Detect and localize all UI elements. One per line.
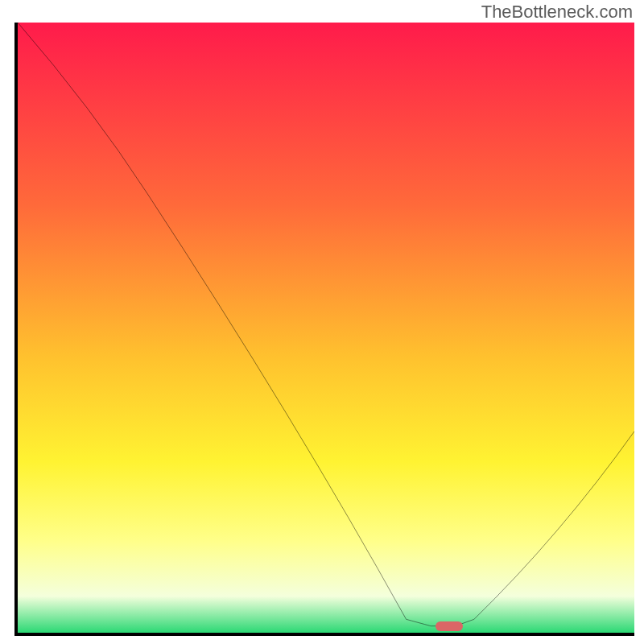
svg-rect-0 (18, 23, 634, 633)
watermark-text: TheBottleneck.com (481, 2, 633, 23)
optimal-marker (436, 621, 463, 631)
gradient-background (18, 23, 634, 633)
plot-area (14, 23, 634, 636)
